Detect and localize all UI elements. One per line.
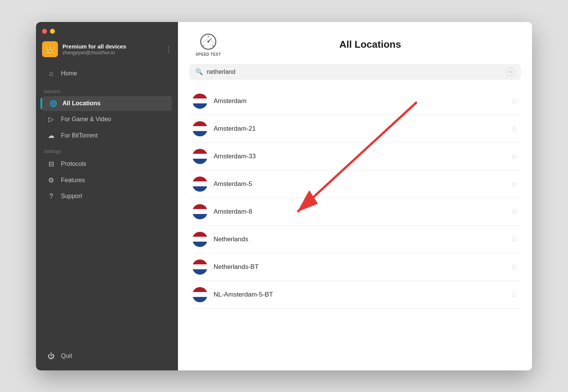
table-row[interactable]: Netherlands-BT ☆ — [189, 253, 521, 281]
svg-line-4 — [212, 45, 214, 46]
title-bar — [36, 22, 178, 37]
search-icon: 🔍 — [195, 68, 203, 75]
flag-netherlands-3 — [192, 149, 208, 164]
crown-icon: 👑 — [45, 45, 55, 54]
favorite-icon[interactable]: ☆ — [511, 207, 518, 216]
servers-section: Servers 🌐 All Locations ▷ For Game & Vid… — [36, 84, 178, 144]
sidebar-bottom: ⏻ Quit — [36, 348, 178, 370]
favorite-icon[interactable]: ☆ — [511, 180, 518, 189]
flag-netherlands-8 — [192, 287, 208, 302]
search-bar-wrapper: 🔍 ✕ — [178, 64, 532, 87]
location-name: Netherlands — [214, 236, 505, 243]
favorite-icon[interactable]: ☆ — [511, 235, 518, 244]
location-name: NL-Amsterdam-5-BT — [214, 291, 505, 298]
flag-netherlands-4 — [192, 176, 208, 192]
table-row[interactable]: Amsterdam-33 ☆ — [189, 143, 521, 170]
power-icon: ⏻ — [47, 352, 56, 360]
table-row[interactable]: Amsterdam-8 ☆ — [189, 198, 521, 226]
main-header: SPEED TEST All Locations — [178, 22, 532, 64]
user-email: zhangyiyao@zhuozhuo.io — [62, 50, 161, 55]
sidebar-item-bittorrent-label: For BitTorrent — [61, 132, 98, 139]
settings-section: Settings ⊟ Protocols ⚙ Features ? Suppor… — [36, 144, 178, 205]
speed-test-button[interactable]: SPEED TEST — [193, 33, 223, 56]
traffic-lights — [42, 29, 55, 34]
sidebar-item-features-label: Features — [61, 177, 85, 184]
sidebar: 👑 Premium for all devices zhangyiyao@zhu… — [36, 22, 178, 370]
location-name: Netherlands-BT — [214, 263, 505, 271]
table-row[interactable]: Amsterdam-21 ☆ — [189, 115, 521, 143]
sidebar-item-features[interactable]: ⚙ Features — [39, 172, 175, 188]
sidebar-item-quit[interactable]: ⏻ Quit — [39, 348, 175, 364]
protocols-icon: ⊟ — [47, 160, 56, 168]
location-list: Amsterdam ☆ Amsterdam-21 ☆ Amsterdam-33 … — [178, 87, 532, 370]
svg-line-2 — [203, 45, 204, 46]
sidebar-item-support[interactable]: ? Support — [39, 189, 175, 204]
home-nav-section: ⌂ Home — [36, 63, 178, 84]
sidebar-item-all-locations-label: All Locations — [62, 100, 100, 107]
cloud-icon: ☁ — [47, 131, 56, 140]
sidebar-item-game-video[interactable]: ▷ For Game & Video — [39, 111, 175, 127]
location-name: Amsterdam-33 — [214, 153, 505, 160]
sidebar-item-all-locations[interactable]: 🌐 All Locations — [42, 96, 172, 111]
sidebar-item-bittorrent[interactable]: ☁ For BitTorrent — [39, 128, 175, 144]
flag-netherlands-5 — [192, 204, 208, 219]
speed-test-label: SPEED TEST — [195, 52, 221, 56]
flag-netherlands-7 — [192, 259, 208, 275]
sidebar-item-quit-label: Quit — [61, 353, 72, 359]
settings-section-label: Settings — [36, 144, 178, 156]
premium-badge: 👑 — [42, 41, 58, 57]
user-plan: Premium for all devices — [62, 43, 161, 50]
minimize-button[interactable] — [50, 29, 55, 34]
clear-search-button[interactable]: ✕ — [506, 68, 515, 76]
table-row[interactable]: Netherlands ☆ — [189, 226, 521, 253]
speedometer-icon — [199, 33, 217, 51]
servers-section-label: Servers — [36, 84, 178, 96]
sidebar-item-home-label: Home — [61, 70, 77, 77]
search-bar: 🔍 ✕ — [189, 64, 521, 80]
page-title: All Locations — [223, 39, 517, 50]
location-name: Amsterdam-8 — [214, 208, 505, 216]
active-indicator — [41, 98, 42, 109]
svg-point-1 — [208, 41, 209, 42]
user-details: Premium for all devices zhangyiyao@zhuoz… — [62, 43, 161, 56]
flag-netherlands-2 — [192, 121, 208, 136]
location-name: Amsterdam-5 — [214, 180, 505, 188]
app-window: 👑 Premium for all devices zhangyiyao@zhu… — [36, 22, 532, 370]
question-icon: ? — [47, 192, 56, 200]
sidebar-item-game-video-label: For Game & Video — [61, 116, 111, 123]
more-options-icon[interactable]: ⋮ — [165, 45, 172, 53]
main-content: SPEED TEST All Locations 🔍 ✕ Amsterdam ☆… — [178, 22, 532, 370]
sidebar-item-support-label: Support — [61, 193, 82, 200]
location-name: Amsterdam — [214, 97, 505, 105]
search-input[interactable] — [207, 69, 502, 75]
flag-netherlands-1 — [192, 94, 208, 109]
favorite-icon[interactable]: ☆ — [511, 124, 518, 133]
sidebar-item-protocols-label: Protocols — [61, 161, 86, 167]
table-row[interactable]: NL-Amsterdam-5-BT ☆ — [189, 281, 521, 309]
flag-netherlands-6 — [192, 232, 208, 247]
sidebar-item-home[interactable]: ⌂ Home — [39, 66, 175, 81]
favorite-icon[interactable]: ☆ — [511, 97, 518, 106]
home-icon: ⌂ — [47, 70, 56, 78]
globe-icon: 🌐 — [50, 100, 57, 107]
sidebar-item-protocols[interactable]: ⊟ Protocols — [39, 156, 175, 172]
user-info: 👑 Premium for all devices zhangyiyao@zhu… — [36, 37, 178, 63]
favorite-icon[interactable]: ☆ — [511, 152, 518, 161]
favorite-icon[interactable]: ☆ — [511, 290, 518, 299]
close-button[interactable] — [42, 29, 47, 34]
favorite-icon[interactable]: ☆ — [511, 262, 518, 272]
location-name: Amsterdam-21 — [214, 125, 505, 133]
table-row[interactable]: Amsterdam-5 ☆ — [189, 170, 521, 198]
table-row[interactable]: Amsterdam ☆ — [189, 87, 521, 115]
video-icon: ▷ — [47, 115, 56, 123]
gear-icon: ⚙ — [47, 176, 56, 184]
